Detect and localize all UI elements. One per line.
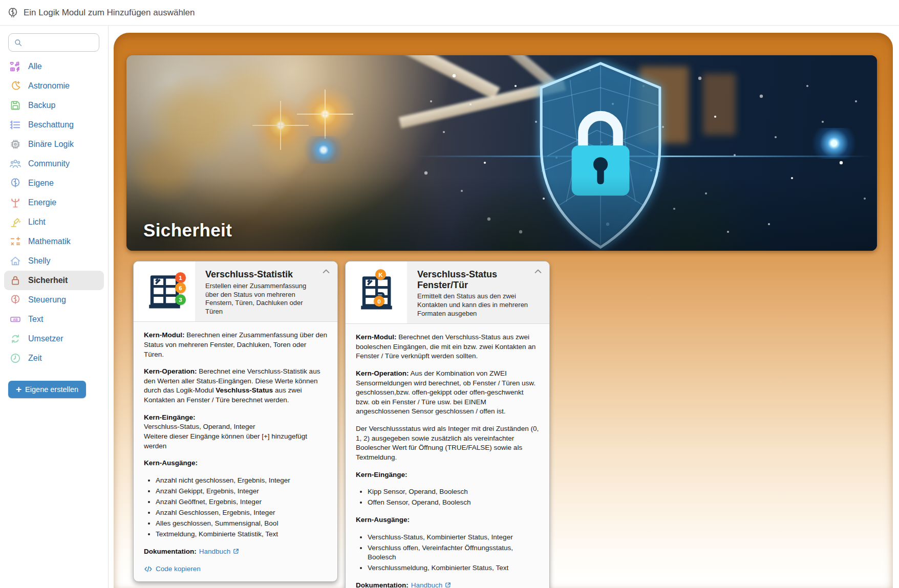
text-icon: AB	[9, 313, 22, 325]
sidebar-item-backup[interactable]: Backup	[0, 96, 108, 115]
window-statistics-icon: 163	[134, 262, 195, 321]
status-badge: 3	[175, 294, 186, 305]
io-list-item: Anzahl Geöffnet, Ergebnis, Integer	[156, 497, 327, 507]
collapse-chevron-icon[interactable]	[319, 266, 333, 278]
astronomie-icon	[9, 80, 22, 92]
sidebar-item-label: Backup	[28, 101, 55, 110]
sidebar-item-astronomie[interactable]: Astronomie	[0, 76, 108, 96]
sidebar-item-sicherheit[interactable]: Sicherheit	[4, 271, 104, 290]
sidebar-item-mathematik[interactable]: Mathematik	[0, 232, 108, 251]
brain-icon	[7, 7, 19, 19]
sidebar-item-label: Mathematik	[28, 237, 71, 246]
licht-icon	[9, 216, 22, 228]
steuerung-icon	[9, 294, 22, 306]
plus-icon: +	[16, 384, 22, 394]
description-paragraph: Kern-Operation: Berechnet eine Verschlus…	[144, 367, 327, 405]
io-list: Anzahl nicht geschlossen, Ergebnis, Inte…	[144, 476, 327, 539]
create-own-label: Eigene erstellen	[25, 385, 78, 394]
sidebar-item-zeit[interactable]: Zeit	[0, 349, 108, 368]
sidebar-item-label: Energie	[28, 198, 56, 207]
sidebar-item-label: Zeit	[28, 354, 42, 363]
all-icon	[9, 60, 22, 73]
sidebar-item-label: Community	[28, 159, 70, 168]
module-card-2[interactable]: K0Verschluss-Status Fenster/TürErmittelt…	[345, 261, 550, 588]
status-badge: 0	[374, 296, 384, 307]
create-own-button[interactable]: + Eigene erstellen	[8, 381, 86, 398]
io-list-item: Verschluss offen, Vereinfachter Öffnungs…	[368, 543, 539, 562]
sidebar-item-steuerung[interactable]: Steuerung	[0, 290, 108, 310]
module-description: Kern-Modul: Berechnet den Verschluss-Sta…	[346, 324, 549, 588]
copy-code-link[interactable]: Code kopieren	[144, 564, 327, 574]
handbook-link[interactable]: Handbuch	[199, 548, 231, 555]
description-paragraph: Kern-Ausgänge:	[144, 459, 327, 468]
sidebar-item-label: Text	[28, 315, 43, 324]
mathe-icon	[9, 235, 22, 248]
backup-icon	[9, 99, 22, 112]
search-input[interactable]	[26, 38, 94, 47]
sidebar-item-label: Binäre Logik	[28, 140, 74, 149]
module-description: Kern-Modul: Berechnen einer Zusammenfass…	[134, 322, 337, 581]
module-title: Verschluss-Status Fenster/Tür	[417, 269, 531, 290]
io-list-item: Anzahl Gekippt, Ergebnis, Integer	[156, 487, 327, 496]
category-list: AlleAstronomieBackupBeschattungBinäre Lo…	[0, 57, 108, 368]
search-icon	[14, 38, 23, 47]
sidebar-item-label: Sicherheit	[28, 276, 68, 285]
sidebar-item-shelly[interactable]: Shelly	[0, 251, 108, 271]
description-paragraph: Kern-Modul: Berechnet den Verschluss-Sta…	[356, 333, 539, 361]
sidebar-item-licht[interactable]: Licht	[0, 212, 108, 232]
sidebar-item-community[interactable]: Community	[0, 154, 108, 173]
beschattung-icon	[9, 119, 22, 131]
module-cards-row: 163Verschluss-StatistikErstellen einer Z…	[133, 261, 550, 588]
zeit-icon	[9, 352, 22, 364]
description-paragraph: Kern-Ausgänge:	[356, 515, 539, 525]
module-subtitle: Ermittelt den Status aus den zwei Kontak…	[417, 292, 531, 318]
io-list-item: Verschlussmeldung, Kombinierter Status, …	[368, 563, 539, 573]
documentation-label: Dokumentation:	[144, 548, 197, 555]
documentation-row: Dokumentation:Handbuch	[356, 581, 539, 588]
binaer-icon	[9, 138, 22, 150]
description-paragraph: Kern-Modul: Berechnen einer Zusammenfass…	[144, 331, 327, 359]
sidebar-item-eigene[interactable]: Eigene	[0, 173, 108, 193]
io-list: Verschluss-Status, Kombinierter Status, …	[356, 533, 539, 574]
io-list: Kipp Sensor, Operand, BooleschOffen Sens…	[356, 487, 539, 508]
sidebar-item-alle[interactable]: Alle	[0, 57, 108, 76]
page-title: Ein Logik Modul zum Hinzufügen auswählen	[24, 8, 195, 18]
external-link-icon	[444, 581, 452, 588]
code-icon	[144, 565, 153, 573]
window-status-icon: K0	[346, 262, 407, 323]
io-list-item: Kipp Sensor, Operand, Boolesch	[368, 487, 539, 497]
sidebar-item-label: Steuerung	[28, 295, 66, 304]
io-list-item: Textmeldung, Kombinierte Statistik, Text	[156, 530, 327, 539]
io-list-item: Anzahl nicht geschlossen, Ergebnis, Inte…	[156, 476, 327, 486]
sidebar-item-label: Alle	[28, 62, 42, 71]
sidebar-item-umsetzer[interactable]: Umsetzer	[0, 329, 108, 349]
sidebar-item-text[interactable]: ABText	[0, 310, 108, 329]
io-list-item: Anzahl Geschlossen, Ergebnis, Integer	[156, 508, 327, 518]
io-list-item: Verschluss-Status, Kombinierter Status, …	[368, 533, 539, 542]
community-icon	[9, 158, 22, 170]
shelly-icon	[9, 255, 22, 267]
sidebar-item-energie[interactable]: Energie	[0, 193, 108, 212]
banner-vignette	[126, 55, 877, 251]
module-category-panel: Sicherheit 163Verschluss-StatistikErstel…	[114, 33, 893, 588]
search-box[interactable]	[8, 33, 99, 52]
category-banner: Sicherheit	[126, 55, 877, 251]
description-paragraph: Der Verschlussstatus wird als Integer mi…	[356, 424, 539, 463]
description-paragraph: Kern-Eingänge: Verschluss-Status, Operan…	[144, 413, 327, 451]
sidebar-item-beschattung[interactable]: Beschattung	[0, 115, 108, 135]
module-card-1[interactable]: 163Verschluss-StatistikErstellen einer Z…	[133, 261, 338, 582]
module-card-header: 163Verschluss-StatistikErstellen einer Z…	[134, 262, 337, 322]
collapse-chevron-icon[interactable]	[531, 266, 545, 278]
description-paragraph: Kern-Operation: Aus der Kombination von …	[356, 369, 539, 417]
module-card-header: K0Verschluss-Status Fenster/TürErmittelt…	[346, 262, 549, 324]
umsetzer-icon	[9, 333, 22, 345]
handbook-link[interactable]: Handbuch	[411, 581, 443, 588]
sidebar-item-bin-re-logik[interactable]: Binäre Logik	[0, 135, 108, 154]
status-badge: 1	[175, 272, 186, 283]
banner-title: Sicherheit	[143, 220, 232, 241]
sidebar-item-label: Umsetzer	[28, 334, 63, 343]
module-title: Verschluss-Statistik	[205, 269, 319, 280]
sidebar-item-label: Astronomie	[28, 81, 70, 91]
status-badge: K	[375, 269, 386, 280]
io-list-item: Offen Sensor, Operand, Boolesch	[368, 498, 539, 508]
